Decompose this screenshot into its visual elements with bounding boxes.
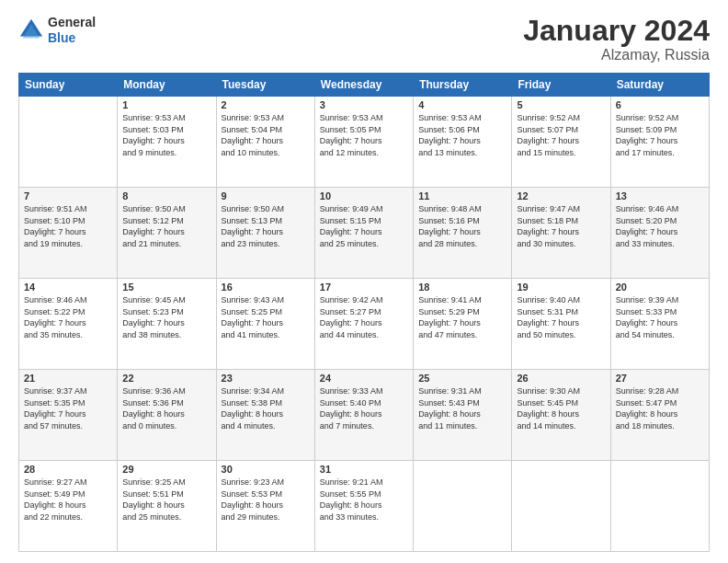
day-cell: 22Sunrise: 9:36 AM Sunset: 5:36 PM Dayli… xyxy=(118,370,216,461)
day-info: Sunrise: 9:27 AM Sunset: 5:49 PM Dayligh… xyxy=(24,477,112,523)
day-number: 2 xyxy=(222,99,310,110)
day-info: Sunrise: 9:23 AM Sunset: 5:53 PM Dayligh… xyxy=(222,477,310,523)
day-number: 29 xyxy=(122,464,210,475)
day-cell: 13Sunrise: 9:46 AM Sunset: 5:20 PM Dayli… xyxy=(610,188,709,279)
day-cell xyxy=(512,461,610,552)
day-number: 24 xyxy=(320,373,408,384)
day-cell: 19Sunrise: 9:40 AM Sunset: 5:31 PM Dayli… xyxy=(512,279,610,370)
day-info: Sunrise: 9:47 AM Sunset: 5:18 PM Dayligh… xyxy=(517,203,605,249)
day-number: 6 xyxy=(616,99,704,110)
day-info: Sunrise: 9:49 AM Sunset: 5:15 PM Dayligh… xyxy=(320,203,408,249)
day-info: Sunrise: 9:21 AM Sunset: 5:55 PM Dayligh… xyxy=(320,477,408,523)
day-number: 28 xyxy=(24,464,112,475)
logo-text: General Blue xyxy=(48,15,96,46)
header-friday: Friday xyxy=(512,74,610,97)
day-info: Sunrise: 9:52 AM Sunset: 5:09 PM Dayligh… xyxy=(616,112,704,158)
day-info: Sunrise: 9:30 AM Sunset: 5:45 PM Dayligh… xyxy=(517,385,605,431)
day-cell: 31Sunrise: 9:21 AM Sunset: 5:55 PM Dayli… xyxy=(314,461,413,552)
day-cell: 1Sunrise: 9:53 AM Sunset: 5:03 PM Daylig… xyxy=(118,97,216,188)
day-cell: 27Sunrise: 9:28 AM Sunset: 5:47 PM Dayli… xyxy=(610,370,709,461)
day-cell: 6Sunrise: 9:52 AM Sunset: 5:09 PM Daylig… xyxy=(610,97,709,188)
day-info: Sunrise: 9:53 AM Sunset: 5:06 PM Dayligh… xyxy=(418,112,506,158)
day-number: 14 xyxy=(24,282,112,293)
day-number: 3 xyxy=(320,99,408,110)
day-info: Sunrise: 9:51 AM Sunset: 5:10 PM Dayligh… xyxy=(24,203,112,249)
day-cell: 17Sunrise: 9:42 AM Sunset: 5:27 PM Dayli… xyxy=(314,279,413,370)
day-number: 5 xyxy=(517,99,605,110)
header-thursday: Thursday xyxy=(414,74,512,97)
day-cell: 26Sunrise: 9:30 AM Sunset: 5:45 PM Dayli… xyxy=(512,370,610,461)
subtitle: Alzamay, Russia xyxy=(523,47,710,63)
day-cell xyxy=(414,461,512,552)
day-cell: 9Sunrise: 9:50 AM Sunset: 5:13 PM Daylig… xyxy=(216,188,314,279)
calendar-table: SundayMondayTuesdayWednesdayThursdayFrid… xyxy=(18,73,710,552)
day-number: 15 xyxy=(122,282,210,293)
day-info: Sunrise: 9:53 AM Sunset: 5:04 PM Dayligh… xyxy=(222,112,310,158)
main-title: January 2024 xyxy=(523,15,710,47)
day-cell: 20Sunrise: 9:39 AM Sunset: 5:33 PM Dayli… xyxy=(610,279,709,370)
calendar-header-row: SundayMondayTuesdayWednesdayThursdayFrid… xyxy=(19,74,710,97)
day-cell: 5Sunrise: 9:52 AM Sunset: 5:07 PM Daylig… xyxy=(512,97,610,188)
day-cell: 25Sunrise: 9:31 AM Sunset: 5:43 PM Dayli… xyxy=(414,370,512,461)
day-cell: 8Sunrise: 9:50 AM Sunset: 5:12 PM Daylig… xyxy=(118,188,216,279)
week-row-0: 1Sunrise: 9:53 AM Sunset: 5:03 PM Daylig… xyxy=(19,97,710,188)
day-info: Sunrise: 9:53 AM Sunset: 5:03 PM Dayligh… xyxy=(122,112,210,158)
day-number: 7 xyxy=(24,190,112,201)
day-number: 17 xyxy=(320,282,408,293)
day-info: Sunrise: 9:34 AM Sunset: 5:38 PM Dayligh… xyxy=(222,385,310,431)
day-cell: 15Sunrise: 9:45 AM Sunset: 5:23 PM Dayli… xyxy=(118,279,216,370)
day-cell: 3Sunrise: 9:53 AM Sunset: 5:05 PM Daylig… xyxy=(314,97,413,188)
day-number: 27 xyxy=(616,373,704,384)
day-info: Sunrise: 9:50 AM Sunset: 5:13 PM Dayligh… xyxy=(222,203,310,249)
day-info: Sunrise: 9:42 AM Sunset: 5:27 PM Dayligh… xyxy=(320,294,408,340)
day-info: Sunrise: 9:46 AM Sunset: 5:20 PM Dayligh… xyxy=(616,203,704,249)
day-cell: 7Sunrise: 9:51 AM Sunset: 5:10 PM Daylig… xyxy=(19,188,118,279)
day-cell: 24Sunrise: 9:33 AM Sunset: 5:40 PM Dayli… xyxy=(314,370,413,461)
day-cell: 23Sunrise: 9:34 AM Sunset: 5:38 PM Dayli… xyxy=(216,370,314,461)
day-number: 22 xyxy=(122,373,210,384)
day-info: Sunrise: 9:25 AM Sunset: 5:51 PM Dayligh… xyxy=(122,477,210,523)
day-info: Sunrise: 9:43 AM Sunset: 5:25 PM Dayligh… xyxy=(222,294,310,340)
title-block: January 2024 Alzamay, Russia xyxy=(523,15,710,63)
day-info: Sunrise: 9:31 AM Sunset: 5:43 PM Dayligh… xyxy=(418,385,506,431)
week-row-4: 28Sunrise: 9:27 AM Sunset: 5:49 PM Dayli… xyxy=(19,461,710,552)
header-saturday: Saturday xyxy=(610,74,709,97)
day-number: 1 xyxy=(122,99,210,110)
day-info: Sunrise: 9:52 AM Sunset: 5:07 PM Dayligh… xyxy=(517,112,605,158)
day-cell: 10Sunrise: 9:49 AM Sunset: 5:15 PM Dayli… xyxy=(314,188,413,279)
day-number: 21 xyxy=(24,373,112,384)
day-number: 19 xyxy=(517,282,605,293)
day-info: Sunrise: 9:36 AM Sunset: 5:36 PM Dayligh… xyxy=(122,385,210,431)
day-info: Sunrise: 9:33 AM Sunset: 5:40 PM Dayligh… xyxy=(320,385,408,431)
day-number: 9 xyxy=(222,190,310,201)
header-sunday: Sunday xyxy=(19,74,118,97)
day-cell: 18Sunrise: 9:41 AM Sunset: 5:29 PM Dayli… xyxy=(414,279,512,370)
day-cell: 2Sunrise: 9:53 AM Sunset: 5:04 PM Daylig… xyxy=(216,97,314,188)
day-number: 12 xyxy=(517,190,605,201)
day-info: Sunrise: 9:40 AM Sunset: 5:31 PM Dayligh… xyxy=(517,294,605,340)
day-info: Sunrise: 9:53 AM Sunset: 5:05 PM Dayligh… xyxy=(320,112,408,158)
day-cell xyxy=(610,461,709,552)
day-cell: 16Sunrise: 9:43 AM Sunset: 5:25 PM Dayli… xyxy=(216,279,314,370)
day-info: Sunrise: 9:48 AM Sunset: 5:16 PM Dayligh… xyxy=(418,203,506,249)
header-tuesday: Tuesday xyxy=(216,74,314,97)
week-row-1: 7Sunrise: 9:51 AM Sunset: 5:10 PM Daylig… xyxy=(19,188,710,279)
day-number: 18 xyxy=(418,282,506,293)
day-number: 16 xyxy=(222,282,310,293)
day-number: 31 xyxy=(320,464,408,475)
logo: General Blue xyxy=(18,15,96,46)
day-number: 8 xyxy=(122,190,210,201)
day-info: Sunrise: 9:50 AM Sunset: 5:12 PM Dayligh… xyxy=(122,203,210,249)
day-cell xyxy=(19,97,118,188)
day-cell: 14Sunrise: 9:46 AM Sunset: 5:22 PM Dayli… xyxy=(19,279,118,370)
header-monday: Monday xyxy=(118,74,216,97)
day-number: 10 xyxy=(320,190,408,201)
day-cell: 4Sunrise: 9:53 AM Sunset: 5:06 PM Daylig… xyxy=(414,97,512,188)
day-number: 23 xyxy=(222,373,310,384)
day-info: Sunrise: 9:46 AM Sunset: 5:22 PM Dayligh… xyxy=(24,294,112,340)
day-number: 13 xyxy=(616,190,704,201)
day-number: 25 xyxy=(418,373,506,384)
day-cell: 11Sunrise: 9:48 AM Sunset: 5:16 PM Dayli… xyxy=(414,188,512,279)
day-cell: 30Sunrise: 9:23 AM Sunset: 5:53 PM Dayli… xyxy=(216,461,314,552)
day-number: 30 xyxy=(222,464,310,475)
